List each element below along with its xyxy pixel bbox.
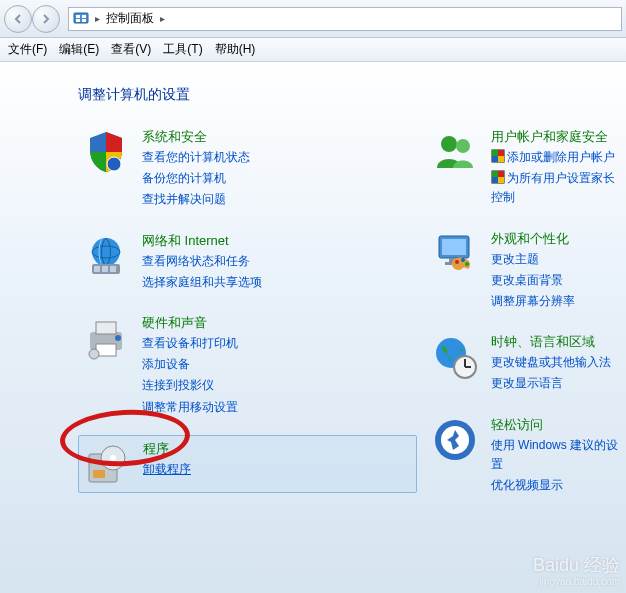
- svg-rect-10: [102, 266, 108, 272]
- category-network: 网络和 Internet 查看网络状态和任务 选择家庭组和共享选项: [78, 228, 417, 296]
- category-hardware: 硬件和声音 查看设备和打印机 添加设备 连接到投影仪 调整常用移动设置: [78, 310, 417, 421]
- back-button[interactable]: [4, 5, 32, 33]
- arrow-right-icon: [40, 13, 52, 25]
- svg-point-16: [89, 349, 99, 359]
- svg-rect-13: [96, 322, 116, 334]
- category-link[interactable]: 调整屏幕分辨率: [491, 292, 575, 311]
- users-icon: [431, 128, 479, 176]
- svg-point-6: [92, 238, 120, 266]
- category-title[interactable]: 外观和个性化: [491, 230, 575, 248]
- svg-rect-24: [442, 239, 466, 255]
- globe-network-icon: [82, 232, 130, 280]
- category-link[interactable]: 更改键盘或其他输入法: [491, 353, 611, 372]
- watermark-main: Baidu 经验: [533, 556, 620, 576]
- category-clock: 时钟、语言和区域 更改键盘或其他输入法 更改显示语言: [427, 329, 626, 397]
- category-link[interactable]: 查看网络状态和任务: [142, 252, 262, 271]
- category-link[interactable]: 优化视频显示: [491, 476, 622, 495]
- category-link[interactable]: 查看设备和打印机: [142, 334, 238, 353]
- svg-point-15: [115, 335, 121, 341]
- category-system: 系统和安全 查看您的计算机状态 备份您的计算机 查找并解决问题: [78, 124, 417, 214]
- svg-rect-2: [82, 15, 86, 18]
- svg-rect-3: [76, 19, 80, 22]
- menu-file[interactable]: 文件(F): [8, 41, 47, 58]
- menu-bar: 文件(F) 编辑(E) 查看(V) 工具(T) 帮助(H): [0, 38, 626, 62]
- category-appearance: 外观和个性化 更改主题 更改桌面背景 调整屏幕分辨率: [427, 226, 626, 316]
- svg-point-21: [441, 136, 457, 152]
- nav-arrows: [4, 5, 60, 33]
- menu-help[interactable]: 帮助(H): [215, 41, 256, 58]
- category-link[interactable]: 查看您的计算机状态: [142, 148, 250, 167]
- svg-point-27: [455, 260, 459, 264]
- category-link[interactable]: 备份您的计算机: [142, 169, 250, 188]
- menu-edit[interactable]: 编辑(E): [59, 41, 99, 58]
- page-title: 调整计算机的设置: [78, 86, 626, 104]
- category-link[interactable]: 添加设备: [142, 355, 238, 374]
- category-title[interactable]: 时钟、语言和区域: [491, 333, 611, 351]
- category-ease: 轻松访问 使用 Windows 建议的设置 优化视频显示: [427, 412, 626, 500]
- breadcrumb-sep-icon: ▸: [160, 13, 165, 24]
- navigation-bar: ▸ 控制面板 ▸: [0, 0, 626, 38]
- address-bar[interactable]: ▸ 控制面板 ▸: [68, 7, 622, 31]
- category-link[interactable]: 更改桌面背景: [491, 271, 575, 290]
- category-users: 用户帐户和家庭安全 添加或删除用户帐户 为所有用户设置家长控制: [427, 124, 626, 212]
- menu-tools[interactable]: 工具(T): [163, 41, 202, 58]
- svg-point-5: [107, 157, 121, 171]
- svg-point-22: [456, 139, 470, 153]
- printer-icon: [82, 314, 130, 362]
- category-programs[interactable]: 程序 卸载程序: [78, 435, 417, 493]
- svg-rect-4: [82, 19, 86, 22]
- monitor-palette-icon: [431, 230, 479, 278]
- category-link[interactable]: 使用 Windows 建议的设置: [491, 436, 622, 474]
- category-title[interactable]: 硬件和声音: [142, 314, 238, 332]
- svg-point-29: [465, 262, 469, 266]
- category-title[interactable]: 用户帐户和家庭安全: [491, 128, 622, 146]
- breadcrumb-sep-icon: ▸: [95, 13, 100, 24]
- svg-rect-1: [76, 15, 80, 18]
- content-area: 调整计算机的设置 系统和安全 查看您的计算机状态 备份您的计算机 查找并解决问题: [0, 62, 626, 593]
- category-title[interactable]: 轻松访问: [491, 416, 622, 434]
- clock-globe-icon: [431, 333, 479, 381]
- uninstall-program-link[interactable]: 卸载程序: [143, 460, 191, 479]
- category-title[interactable]: 系统和安全: [142, 128, 250, 146]
- category-link[interactable]: 添加或删除用户帐户: [491, 148, 622, 167]
- ease-access-icon: [431, 416, 479, 464]
- category-title[interactable]: 网络和 Internet: [142, 232, 262, 250]
- category-link[interactable]: 连接到投影仪: [142, 376, 238, 395]
- watermark: Baidu 经验 jingyan.baidu.com: [533, 556, 620, 587]
- watermark-sub: jingyan.baidu.com: [533, 576, 620, 587]
- svg-point-19: [110, 455, 116, 461]
- category-link[interactable]: 查找并解决问题: [142, 190, 250, 209]
- svg-rect-20: [93, 470, 105, 478]
- programs-icon: [83, 440, 131, 488]
- category-link[interactable]: 更改显示语言: [491, 374, 611, 393]
- forward-button[interactable]: [32, 5, 60, 33]
- category-link[interactable]: 选择家庭组和共享选项: [142, 273, 262, 292]
- svg-rect-9: [94, 266, 100, 272]
- svg-rect-11: [110, 266, 116, 272]
- control-panel-icon: [73, 11, 89, 27]
- menu-view[interactable]: 查看(V): [111, 41, 151, 58]
- category-link[interactable]: 为所有用户设置家长控制: [491, 169, 622, 207]
- arrow-left-icon: [12, 13, 24, 25]
- svg-point-28: [461, 258, 465, 262]
- category-title[interactable]: 程序: [143, 440, 191, 458]
- category-link[interactable]: 更改主题: [491, 250, 575, 269]
- category-link[interactable]: 调整常用移动设置: [142, 398, 238, 417]
- shield-icon: [82, 128, 130, 176]
- breadcrumb[interactable]: 控制面板: [106, 10, 154, 27]
